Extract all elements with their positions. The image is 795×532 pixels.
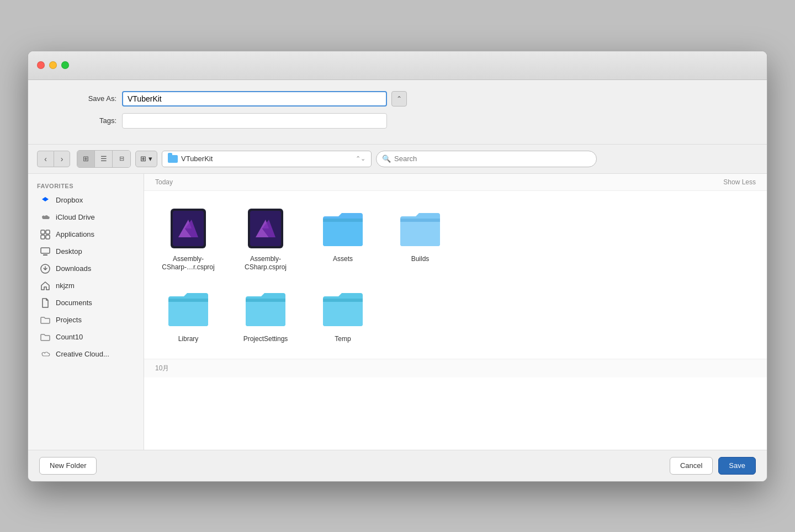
icon-view-button[interactable]: ⊞ (77, 151, 95, 167)
chevron-up-icon: ⌃ (396, 95, 402, 103)
file-grid-today: Assembly- CSharp-…r.csproj Assembly- CSh… (144, 191, 767, 288)
show-less-button[interactable]: Show Less (723, 178, 756, 186)
nav-buttons: ‹ › (37, 151, 70, 167)
file-item-assembly-r[interactable]: Assembly- CSharp-…r.csproj (155, 202, 221, 276)
cancel-button[interactable]: Cancel (670, 457, 713, 475)
titlebar (28, 51, 767, 80)
sidebar-item-label: Creative Cloud... (56, 350, 109, 358)
location-name: VTuberKit (181, 155, 213, 163)
back-icon: ‹ (44, 155, 47, 163)
svg-rect-4 (46, 235, 50, 239)
file-item-temp[interactable]: Temp (310, 282, 376, 348)
file-item-library[interactable]: Library (155, 282, 221, 348)
save-as-input[interactable] (122, 91, 387, 107)
assets-name: Assets (333, 255, 353, 264)
icon-view-icon: ⊞ (83, 155, 89, 163)
sidebar-item-label: Count10 (56, 333, 83, 341)
back-button[interactable]: ‹ (37, 151, 54, 167)
dropbox-icon (40, 195, 50, 205)
sidebar-item-dropbox[interactable]: Dropbox (31, 192, 140, 209)
minimize-button[interactable] (49, 61, 57, 69)
assets-icon (321, 206, 365, 251)
location-selector[interactable]: VTuberKit ⌃⌄ (162, 151, 372, 167)
form-area: Save As: ⌃ Tags: (28, 80, 767, 145)
favorites-label: Favorites (28, 180, 144, 191)
maximize-button[interactable] (61, 61, 69, 69)
file-item-assembly-cs[interactable]: Assembly- CSharp.csproj (232, 202, 299, 276)
search-input[interactable] (394, 155, 591, 163)
list-view-icon: ☰ (100, 155, 107, 163)
forward-icon: › (61, 155, 63, 163)
svg-rect-5 (41, 248, 50, 253)
sidebar-item-desktop[interactable]: Desktop (31, 243, 140, 260)
svg-rect-6 (43, 254, 47, 256)
location-folder-icon (168, 155, 178, 163)
close-button[interactable] (37, 61, 45, 69)
library-icon (166, 286, 210, 331)
assembly-r-name: Assembly- CSharp-…r.csproj (160, 255, 217, 272)
sidebar-item-label: Documents (56, 299, 92, 307)
sidebar-item-label: Desktop (56, 247, 82, 256)
main-content: Favorites Dropbox iCloud Drive (28, 174, 767, 450)
svg-rect-2 (46, 230, 50, 234)
file-grid-today-row2: Library ProjectSettings (144, 282, 767, 359)
save-as-row: Save As: ⌃ (50, 91, 745, 107)
sidebar: Favorites Dropbox iCloud Drive (28, 174, 144, 450)
column-view-button[interactable]: ⊟ (113, 151, 130, 167)
arrange-dropdown-icon: ▾ (149, 155, 152, 163)
svg-rect-3 (41, 235, 45, 239)
documents-icon (40, 298, 50, 308)
library-name: Library (178, 335, 199, 344)
project-settings-name: ProjectSettings (243, 335, 288, 344)
save-dialog: Save As: ⌃ Tags: ‹ › ⊞ ☰ (28, 51, 767, 482)
search-box: 🔍 (376, 151, 597, 167)
expand-button[interactable]: ⌃ (391, 91, 407, 107)
temp-icon (321, 286, 365, 331)
temp-name: Temp (335, 335, 351, 344)
sidebar-item-projects[interactable]: Projects (31, 312, 140, 328)
file-item-project-settings[interactable]: ProjectSettings (232, 282, 299, 348)
october-section-header: 10月 (144, 359, 767, 377)
downloads-icon (40, 264, 50, 274)
assembly-r-icon (166, 206, 210, 251)
applications-icon (40, 230, 50, 240)
save-button[interactable]: Save (718, 457, 756, 475)
sidebar-item-icloud[interactable]: iCloud Drive (31, 209, 140, 226)
arrange-button[interactable]: ⊞ ▾ (135, 151, 157, 167)
file-item-assets[interactable]: Assets (310, 202, 376, 276)
bottom-bar: New Folder Cancel Save (28, 450, 767, 481)
sidebar-item-applications[interactable]: Applications (31, 226, 140, 243)
sidebar-item-count10[interactable]: Count10 (31, 329, 140, 345)
file-area: Today Show Less Assembly- (144, 174, 767, 450)
traffic-lights (37, 61, 69, 69)
forward-button[interactable]: › (54, 151, 70, 167)
sidebar-item-label: nkjzm (56, 281, 75, 290)
icloud-icon (40, 212, 50, 222)
sidebar-item-creative-cloud[interactable]: Creative Cloud... (31, 346, 140, 363)
sidebar-item-label: Downloads (56, 264, 91, 273)
file-item-builds[interactable]: Builds (387, 202, 453, 276)
tags-row: Tags: (50, 113, 745, 129)
svg-rect-1 (41, 230, 45, 234)
sidebar-item-nkjzm[interactable]: nkjzm (31, 278, 140, 294)
today-section-header: Today Show Less (144, 174, 767, 191)
creative-cloud-icon (40, 349, 50, 359)
view-buttons: ⊞ ☰ ⊟ (77, 150, 131, 168)
sidebar-item-label: Dropbox (56, 196, 83, 204)
assembly-cs-name: Assembly- CSharp.csproj (237, 255, 294, 272)
sidebar-item-label: Applications (56, 230, 94, 238)
count10-icon (40, 332, 50, 342)
action-buttons: Cancel Save (670, 457, 756, 475)
arrange-icon: ⊞ (140, 155, 146, 163)
sidebar-item-label: iCloud Drive (56, 213, 95, 221)
list-view-button[interactable]: ☰ (95, 151, 113, 167)
sidebar-item-downloads[interactable]: Downloads (31, 260, 140, 277)
sidebar-item-documents[interactable]: Documents (31, 295, 140, 311)
project-settings-icon (243, 286, 288, 331)
tags-input[interactable] (122, 113, 387, 129)
svg-marker-0 (42, 197, 49, 204)
new-folder-button[interactable]: New Folder (39, 457, 97, 475)
save-as-label: Save As: (50, 94, 116, 103)
october-label: 10月 (155, 364, 169, 372)
desktop-icon (40, 247, 50, 257)
